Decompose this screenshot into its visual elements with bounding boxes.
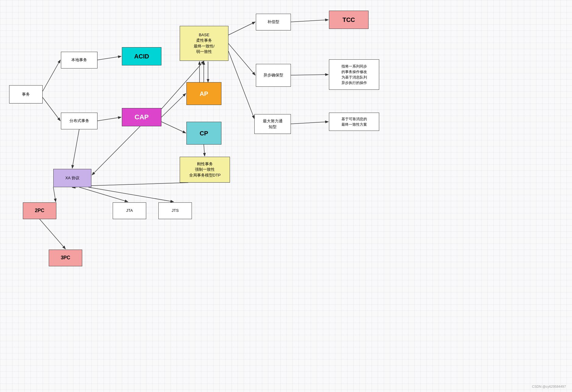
canvas: 事务 本地事务 分布式事务 ACID CAP BASE 柔性事务 最终一致性/ … xyxy=(0,0,572,392)
svg-line-19 xyxy=(53,187,56,202)
label-cap: CAP xyxy=(135,113,149,122)
label-buchangxing: 补偿型 xyxy=(267,19,279,25)
node-cp: CP xyxy=(186,122,221,145)
node-3pc: 3PC xyxy=(49,250,82,266)
node-zuidanulitong: 最大努力通 知型 xyxy=(254,114,291,134)
label-base: BASE 柔性事务 最终一致性/ 弱一致性 xyxy=(194,32,215,54)
label-dist: 分布式事务 xyxy=(69,118,89,124)
node-ap: AP xyxy=(186,82,221,105)
node-base: BASE 柔性事务 最终一致性/ 弱一致性 xyxy=(180,26,228,61)
svg-line-11 xyxy=(291,20,328,22)
label-jta: JTA xyxy=(126,208,133,213)
svg-line-1 xyxy=(43,97,60,121)
node-shiwu: 事务 xyxy=(9,85,43,103)
label-cp: CP xyxy=(200,129,208,138)
node-desc-yibu: 指将一系列同步 的事务操作修改 为基于消息队列 异步执行的操作 xyxy=(329,59,379,90)
label-local: 本地事务 xyxy=(71,57,87,63)
label-2pc: 2PC xyxy=(35,207,44,214)
label-desc-yibu: 指将一系列同步 的事务操作修改 为基于消息队列 异步执行的操作 xyxy=(341,64,367,86)
watermark: CSDN @cy629584497 xyxy=(532,385,566,388)
label-xa: XA 协议 xyxy=(65,175,79,181)
node-buchangxing: 补偿型 xyxy=(256,14,291,30)
svg-line-18 xyxy=(92,126,140,175)
node-cap: CAP xyxy=(122,108,161,126)
label-acid: ACID xyxy=(134,52,149,61)
label-3pc: 3PC xyxy=(61,254,70,261)
node-desc-zui: 基于可靠消息的 最终一致性方案 xyxy=(329,113,379,131)
svg-line-2 xyxy=(97,56,121,60)
svg-line-20 xyxy=(79,187,128,202)
svg-line-13 xyxy=(291,122,328,124)
label-shiwu: 事务 xyxy=(22,92,30,97)
label-desc-zui: 基于可靠消息的 最终一致性方案 xyxy=(341,116,367,127)
node-dist: 分布式事务 xyxy=(61,113,97,129)
label-zuidanulitong: 最大努力通 知型 xyxy=(263,118,283,129)
node-jts: JTS xyxy=(158,202,192,219)
svg-line-21 xyxy=(88,187,174,202)
node-rigid: 刚性事务 强制一致性 全局事务模型DTP xyxy=(180,157,230,183)
svg-line-22 xyxy=(40,219,65,249)
watermark-text: CSDN @cy629584497 xyxy=(532,385,566,388)
svg-line-8 xyxy=(228,44,255,75)
svg-line-12 xyxy=(291,75,328,75)
node-local: 本地事务 xyxy=(61,52,97,68)
label-yibuquebao: 异步确保型 xyxy=(263,72,283,78)
label-rigid: 刚性事务 强制一致性 全局事务模型DTP xyxy=(189,161,221,178)
svg-line-5 xyxy=(161,93,186,117)
svg-line-14 xyxy=(228,51,254,119)
node-yibuquebao: 异步确保型 xyxy=(256,64,291,87)
svg-line-0 xyxy=(43,60,60,91)
svg-line-7 xyxy=(228,22,255,35)
svg-line-17 xyxy=(72,129,79,168)
node-tcc: TCC xyxy=(329,11,369,29)
svg-line-10 xyxy=(204,145,205,156)
node-xa: XA 协议 xyxy=(53,169,91,187)
svg-line-3 xyxy=(97,117,121,121)
label-tcc: TCC xyxy=(342,16,355,24)
label-ap: AP xyxy=(200,89,208,98)
node-2pc: 2PC xyxy=(23,202,56,219)
svg-line-23 xyxy=(92,183,188,186)
node-acid: ACID xyxy=(122,47,161,65)
label-jts: JTS xyxy=(171,208,178,213)
node-jta: JTA xyxy=(113,202,146,219)
svg-line-6 xyxy=(161,122,186,133)
